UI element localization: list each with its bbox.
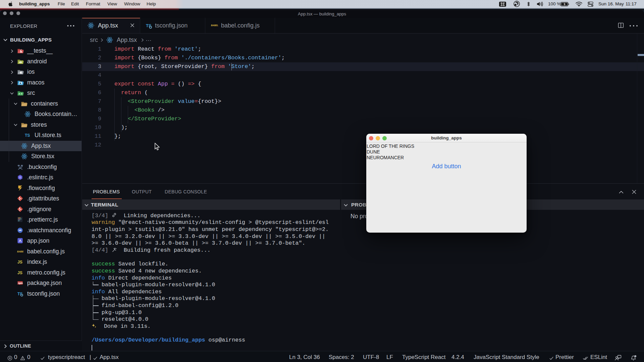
svg-text:BABEL: BABEL (17, 250, 23, 253)
svg-text:JS: JS (17, 270, 22, 275)
svg-text:BABEL: BABEL (211, 24, 218, 26)
svg-text:TS: TS (25, 133, 30, 138)
svg-text:npm: npm (18, 282, 23, 285)
svg-text:JS: JS (17, 260, 22, 264)
